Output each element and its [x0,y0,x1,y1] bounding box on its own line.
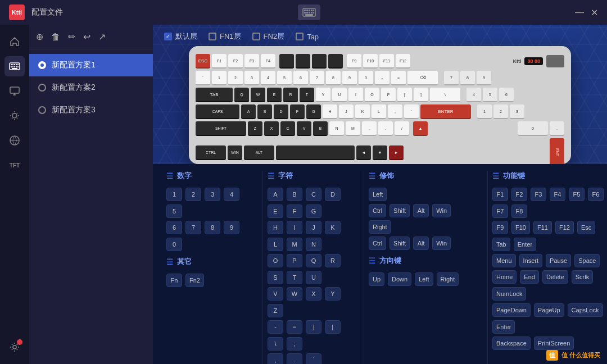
key-btn-fn[interactable]: Fn [166,274,182,287]
key-6[interactable]: 6 [293,71,308,85]
key-btn-right[interactable]: Right [369,220,391,234]
key-btn-7[interactable]: 7 [185,221,201,234]
edit-profile-icon[interactable]: ✏ [68,31,75,42]
key-l[interactable]: L [372,104,386,119]
key-btn-enter[interactable]: Enter [514,238,536,251]
key-w[interactable]: W [251,88,265,102]
key-d[interactable]: D [274,104,288,119]
key-c[interactable]: C [280,121,295,136]
key-a[interactable]: A [241,104,256,119]
key-btn-sc[interactable]: ; [287,337,302,351]
key-btn-rb[interactable]: ] [306,320,321,334]
key-y[interactable]: Y [316,88,330,102]
key-backtick[interactable]: ` [196,71,210,85]
key-fn1-dark4[interactable] [328,54,343,69]
profile-item-3[interactable]: 新配置方案3 [29,99,153,121]
key-btn-dt[interactable]: . [287,353,302,364]
key-rbracket[interactable]: ] [414,88,428,102]
key-np-2[interactable]: 2 [493,104,508,119]
key-btn-f9[interactable]: F9 [492,221,508,234]
key-btn-p[interactable]: P [287,254,302,267]
key-btn-0[interactable]: 0 [166,238,182,251]
key-q[interactable]: Q [234,88,249,102]
key-fn1-dark1[interactable] [279,54,294,69]
key-5[interactable]: 5 [277,71,292,85]
key-btn-numlock[interactable]: NumLock [492,287,526,301]
key-btn-dir-right[interactable]: Right [437,272,459,286]
key-f3[interactable]: F3 [244,54,259,69]
key-btn-enter2[interactable]: Enter [492,320,515,334]
key-btn-lb[interactable]: [ [325,320,341,334]
key-btn-scrlk[interactable]: Scrlk [572,270,593,284]
key-btn-e[interactable]: E [268,204,283,218]
key-fn1-dark3[interactable] [312,54,327,69]
tab-default[interactable]: 默认层 [164,31,197,42]
key-np-enter[interactable]: ENT [550,138,564,167]
key-btn-1[interactable]: 1 [166,188,182,201]
key-btn-bs[interactable]: \ [268,337,283,351]
key-btn-rwin[interactable]: Win [432,236,451,250]
add-profile-icon[interactable]: ⊕ [36,31,43,42]
key-j[interactable]: J [339,104,354,119]
key-btn-f12[interactable]: F12 [555,221,574,234]
key-np-6[interactable]: 6 [499,88,514,102]
reset-profile-icon[interactable]: ↩ [83,31,90,42]
key-7[interactable]: 7 [310,71,324,85]
key-btn-rshift[interactable]: Shift [389,236,410,250]
key-1[interactable]: 1 [212,71,227,85]
key-btn-o[interactable]: O [268,254,283,267]
key-btn-v[interactable]: V [268,287,283,301]
profile-item-1[interactable]: 新配置方案1 [29,54,153,76]
key-np-5[interactable]: 5 [483,88,497,102]
minimize-button[interactable]: — [575,7,584,17]
key-btn-h[interactable]: H [268,221,283,234]
key-btn-ralt[interactable]: Alt [413,236,429,250]
key-btn-pause[interactable]: Pause [546,254,571,267]
key-np-dot[interactable]: . [550,121,564,136]
profile-item-2[interactable]: 新配置方案2 [29,76,153,99]
key-f9[interactable]: F9 [347,54,361,69]
key-s[interactable]: S [257,104,272,119]
key-btn-q[interactable]: Q [306,254,321,267]
key-3[interactable]: 3 [244,71,259,85]
key-e[interactable]: E [267,88,282,102]
key-np-4[interactable]: 4 [466,88,481,102]
key-f4[interactable]: F4 [261,54,275,69]
sidebar-item-globe[interactable] [4,130,25,151]
key-2[interactable]: 2 [228,71,243,85]
key-v[interactable]: V [297,121,311,136]
window-controls[interactable]: — ✕ [575,7,598,18]
key-f1[interactable]: F1 [212,54,227,69]
key-lbracket[interactable]: [ [397,88,412,102]
key-f10[interactable]: F10 [363,54,378,69]
key-btn-pagedown[interactable]: PageDown [492,303,531,317]
close-button[interactable]: ✕ [591,7,598,18]
key-o[interactable]: O [365,88,379,102]
key-f[interactable]: F [290,104,305,119]
key-up[interactable]: ▲ [413,121,428,136]
key-btn-f8[interactable]: F8 [511,204,527,218]
key-k[interactable]: K [355,104,370,119]
key-btn-rctrl[interactable]: Ctrl [369,236,386,250]
key-quote[interactable]: ' [404,104,419,119]
sidebar-item-light[interactable] [4,106,25,126]
key-btn-fn2[interactable]: Fn2 [185,274,204,287]
key-btn-y[interactable]: Y [325,287,341,301]
key-4[interactable]: 4 [261,71,275,85]
key-fn1-dark2[interactable] [296,54,310,69]
key-btn-x[interactable]: X [306,287,321,301]
key-btn-k[interactable]: K [325,221,341,234]
key-btn-menu[interactable]: Menu [492,254,516,267]
key-h[interactable]: H [323,104,337,119]
key-btn-lshift[interactable]: Shift [389,204,410,217]
tab-fn1[interactable]: FN1层 [209,31,241,42]
key-semicolon[interactable]: ; [388,104,402,119]
key-btn-6[interactable]: 6 [166,221,182,234]
key-btn-dir-down[interactable]: Down [388,272,411,286]
key-lctrl[interactable]: CTRL [196,145,226,160]
key-btn-f11[interactable]: F11 [533,221,552,234]
key-r[interactable]: R [283,88,298,102]
key-btn-l[interactable]: L [268,238,283,251]
key-btn-capslock[interactable]: CapsLock [568,303,603,317]
sidebar-item-monitor[interactable] [4,81,25,101]
